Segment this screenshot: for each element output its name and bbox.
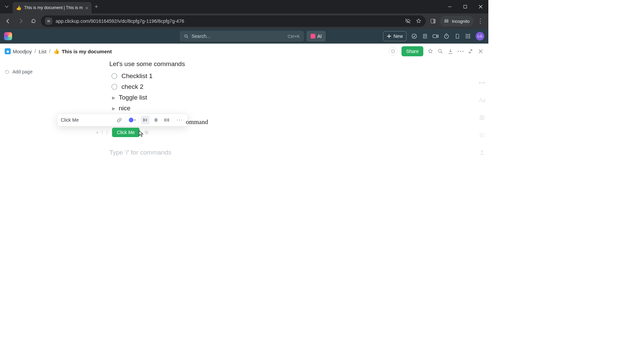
templates-icon[interactable] — [478, 114, 486, 121]
breadcrumb-sep: / — [49, 48, 51, 54]
color-dot-icon — [129, 118, 133, 122]
user-avatar[interactable]: LG — [476, 32, 484, 41]
export-rail-icon[interactable] — [478, 149, 486, 156]
browser-tab[interactable]: 👍 This is my document | This is m × — [13, 2, 92, 13]
editor-placeholder[interactable]: Type '/' for commands — [109, 149, 171, 156]
ai-button[interactable]: AI — [307, 31, 326, 42]
toggle-item[interactable]: ▶ Toggle list — [112, 94, 384, 101]
drag-handle-icon[interactable]: ⋮⋮ — [100, 130, 109, 135]
svg-point-17 — [438, 49, 441, 52]
color-picker[interactable]: ▾ — [128, 116, 137, 124]
align-stretch-icon[interactable] — [162, 116, 171, 124]
checkbox-icon[interactable] — [111, 73, 117, 79]
align-center-icon[interactable] — [152, 116, 160, 124]
svg-rect-6 — [433, 35, 437, 38]
nav-forward-icon[interactable] — [15, 16, 26, 26]
doc-heading[interactable]: Let's use some commands — [109, 60, 384, 68]
breadcrumb-list[interactable]: List — [39, 49, 46, 54]
caret-right-icon[interactable]: ▶ — [112, 95, 115, 100]
checklist-item[interactable]: Checklist 1 — [111, 72, 384, 80]
separator — [139, 116, 139, 124]
ai-icon — [311, 34, 315, 39]
typography-icon[interactable]: Aa — [478, 97, 486, 104]
svg-point-3 — [185, 35, 187, 37]
checklist-item[interactable]: check 2 — [111, 83, 384, 90]
svg-point-4 — [412, 34, 417, 39]
record-icon[interactable] — [433, 33, 439, 39]
add-block-icon[interactable]: + — [96, 130, 99, 135]
window-close-icon[interactable] — [473, 0, 488, 13]
doc-emoji-icon: 👍 — [53, 48, 60, 54]
add-page-button[interactable]: Add page — [5, 69, 60, 74]
favorite-star-icon[interactable] — [427, 48, 433, 54]
url-bar[interactable]: app.clickup.com/9016164592/v/dc/8cpfg7g-… — [41, 15, 426, 27]
search-placeholder: Search... — [192, 34, 210, 39]
url-right-icons — [405, 18, 422, 24]
docs-icon[interactable] — [454, 33, 460, 39]
nav-reload-icon[interactable] — [28, 16, 39, 26]
close-doc-icon[interactable] — [478, 48, 484, 54]
window-maximize-icon[interactable] — [458, 0, 473, 13]
new-tab-button[interactable]: + — [92, 3, 101, 10]
doc-right-rail: Aa — [478, 79, 486, 156]
global-search[interactable]: Search... Ctrl+K — [180, 31, 304, 42]
search-icon — [184, 34, 189, 39]
apps-grid-icon[interactable] — [465, 33, 471, 39]
new-button[interactable]: New — [383, 31, 407, 41]
svg-point-13 — [469, 36, 470, 37]
breadcrumb-workspace[interactable]: ◆ Moodjoy — [5, 48, 32, 54]
timer-icon[interactable] — [443, 33, 449, 39]
toggle-item[interactable]: ▶ nice — [112, 105, 384, 112]
window-controls — [442, 0, 488, 13]
history-icon[interactable] — [389, 47, 397, 56]
workspace-name: Moodjoy — [13, 49, 32, 54]
url-text: app.clickup.com/9016164592/v/dc/8cpfg7g-… — [56, 18, 401, 24]
eye-off-icon[interactable] — [405, 18, 411, 24]
nav-back-icon[interactable] — [3, 16, 13, 26]
svg-point-11 — [466, 36, 467, 37]
share-button[interactable]: Share — [401, 46, 423, 56]
breadcrumb-doc[interactable]: 👍 This is my document — [53, 48, 112, 54]
more-options-icon[interactable]: ··· — [175, 116, 184, 124]
checklist-text[interactable]: check 2 — [121, 83, 143, 90]
svg-point-15 — [468, 38, 469, 39]
toggle-text[interactable]: nice — [119, 105, 130, 112]
checkbox-icon[interactable] — [111, 84, 117, 90]
window-minimize-icon[interactable] — [442, 0, 458, 13]
align-left-icon[interactable] — [141, 116, 150, 124]
doc-search-icon[interactable] — [437, 48, 443, 54]
side-panel-icon[interactable] — [428, 16, 438, 26]
link-icon[interactable] — [115, 116, 123, 124]
add-page-label: Add page — [12, 69, 33, 74]
check-circle-icon[interactable] — [411, 33, 417, 39]
checklist-text[interactable]: Checklist 1 — [121, 72, 153, 80]
notepad-icon[interactable] — [422, 33, 428, 39]
site-info-icon[interactable] — [45, 17, 52, 25]
doc-body[interactable]: Let's use some commands Checklist 1 chec… — [109, 59, 384, 115]
tab-close-icon[interactable]: × — [86, 5, 89, 11]
chevron-down-icon: ▾ — [134, 118, 136, 122]
gear-icon[interactable] — [144, 129, 150, 135]
doc-surface: Add page Let's use some commands Checkli… — [0, 59, 488, 274]
bookmark-star-icon[interactable] — [416, 18, 422, 24]
browser-toolbar-right: Incognito ⋮ — [428, 16, 486, 26]
download-icon[interactable] — [447, 48, 453, 54]
chrome-menu-icon[interactable]: ⋮ — [475, 17, 486, 25]
more-menu-icon[interactable] — [458, 48, 464, 54]
plus-icon — [387, 34, 391, 39]
search-shortcut: Ctrl+K — [288, 34, 300, 39]
svg-point-8 — [466, 34, 467, 35]
tab-search-dropdown[interactable] — [2, 2, 11, 11]
browser-titlebar: 👍 This is my document | This is m × + — [0, 0, 488, 13]
clickup-logo-icon[interactable] — [4, 32, 12, 40]
incognito-chip[interactable]: Incognito — [440, 16, 474, 26]
toggle-text[interactable]: Toggle list — [119, 94, 147, 101]
button-label-input[interactable]: Click Me — [61, 117, 113, 123]
settings-rail-icon[interactable] — [478, 131, 486, 139]
collapse-icon[interactable] — [468, 48, 474, 54]
doc-button[interactable]: Click Me — [112, 128, 140, 137]
block-handles: + ⋮⋮ — [96, 130, 109, 135]
width-toggle-icon[interactable] — [478, 79, 486, 86]
caret-right-icon[interactable]: ▶ — [112, 106, 115, 111]
svg-point-10 — [469, 34, 470, 35]
